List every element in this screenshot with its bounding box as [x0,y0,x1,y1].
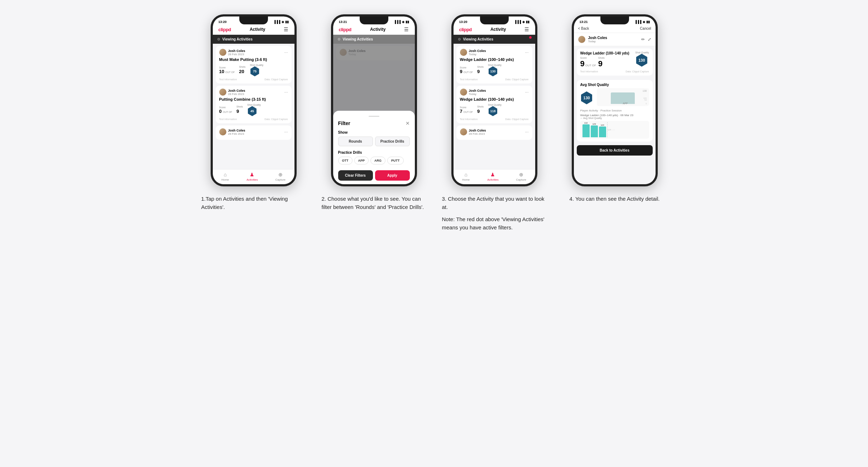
expand-icon[interactable]: ⤢ [648,37,651,42]
signal-icon-3: ▐▐▐ [514,20,521,24]
bar-3: 124 [599,124,606,137]
practice-btn[interactable]: Practice Drills [375,137,410,146]
user-name-3-2: Josh Coles [469,89,486,92]
chart-x-label: APP [623,102,628,105]
filter-modal-overlay[interactable]: Filter ✕ Show Rounds Practice Drills Pra… [333,44,415,184]
stat-score-3-2: Score 7 OUT OF [460,106,473,114]
user-date-1-3: 28 Feb 2023 [228,132,245,135]
rounds-btn[interactable]: Rounds [338,137,373,146]
chip-arg[interactable]: ARG [370,157,385,165]
phone-notch-3 [480,16,509,24]
test-info-1-2: Test Information [219,118,237,120]
activity-item-3-2[interactable]: Josh Coles Today ··· Wedge Ladder (100–1… [456,86,532,123]
dots-menu-1-3[interactable]: ··· [284,129,288,134]
dots-menu-3-1[interactable]: ··· [525,50,528,55]
capture-label-3: Capture [516,178,526,181]
status-icons-1: ▐▐▐ ◈ ▮▮ [273,20,288,24]
phone-2: 13:21 ▐▐▐ ◈ ▮▮ clippd Activity ☰ ⚙ Vie [331,14,417,186]
cancel-btn[interactable]: Cancel [640,27,651,30]
banner-text-1: Viewing Activities [222,37,253,41]
apply-btn[interactable]: Apply [375,170,410,181]
detail-out-of: OUT OF [585,64,596,67]
nav-title-1: Activity [250,27,265,32]
user-date-3-3: 28 Feb 2023 [469,132,486,135]
avg-sq-title: Avg Shot Quality [580,83,649,87]
phone-notch-1 [239,16,268,24]
activity-item-3-1[interactable]: Josh Coles Today ··· Wedge Ladder (100–1… [456,46,532,84]
activity-footer-1-1: Test Information Data: Clippd Capture [219,78,288,81]
back-to-activities-btn[interactable]: Back to Activities [577,145,653,156]
chip-ott[interactable]: OTT [338,157,353,165]
bottom-nav-capture-1[interactable]: ⊕ Capture [275,172,286,181]
activity-item-3-3[interactable]: Josh Coles 28 Feb 2023 ··· [456,125,532,140]
bar-1: 132 [582,122,590,137]
wifi-icon: ◈ [282,20,284,24]
nav-title-3: Activity [490,27,506,32]
detail-user-name: Josh Coles [588,36,607,40]
hexagon-3-1: 130 [488,66,498,76]
back-btn[interactable]: < Back [578,27,589,30]
bottom-nav-home-3[interactable]: ⌂ Home [462,172,470,181]
bottom-nav-activities-3[interactable]: ♟ Activities [487,172,499,181]
dots-menu-3-2[interactable]: ··· [525,90,528,95]
wifi-icon-3: ◈ [522,20,525,24]
test-info-1-1: Test Information [219,78,237,81]
chip-putt[interactable]: PUTT [387,157,404,165]
shots-val-1-1: 20 [239,69,244,74]
phone-screen-1: 13:20 ▐▐▐ ◈ ▮▮ clippd Activity ☰ ⚙ Vie [213,16,294,184]
chip-app[interactable]: APP [354,157,369,165]
score-val-1-1: 10 [219,69,224,74]
detail-activity-title: Wedge Ladder (100–140 yds) [580,51,629,55]
session-drill-title: Wedge Ladder (100–140 yds) · 06 Mar 23 [580,114,633,117]
step2-column: 13:21 ▐▐▐ ◈ ▮▮ clippd Activity ☰ ⚙ Vie [320,14,428,211]
detail-shots: 9 [598,59,603,68]
activity-item-1-3[interactable]: Josh Coles 28 Feb 2023 ··· [216,125,292,140]
activity-header-1-2: Josh Coles 28 Feb 2023 ··· [219,89,288,96]
activities-icon-1: ♟ [250,172,254,177]
phone-notch-2 [360,16,388,24]
viewing-banner-1[interactable]: ⚙ Viewing Activities [213,35,294,44]
nav-menu-1[interactable]: ☰ [284,27,288,32]
activity-user-1-3: Josh Coles 28 Feb 2023 [219,128,245,135]
clear-filters-btn[interactable]: Clear Filters [338,170,373,181]
detail-user-info: Josh Coles Today [588,36,607,43]
stat-shots-3-1: Shots 9 [477,66,484,75]
nav-menu-3[interactable]: ☰ [524,27,529,32]
nav-menu-2[interactable]: ☰ [404,27,409,32]
edit-icon[interactable]: ✏ [641,37,645,42]
viewing-banner-2[interactable]: ⚙ Viewing Activities [333,35,415,44]
dots-menu-3-3[interactable]: ··· [525,129,528,134]
activity-header-1-1: Josh Coles 28 Feb 2023 ··· [219,49,288,56]
score-val-3-1: 9 [460,69,462,74]
data-source-1-1: Data: Clippd Capture [264,78,288,81]
avatar-3-2 [460,89,467,96]
user-date-3-2: Today [469,92,486,96]
activities-label-1: Activities [246,178,258,181]
activity-user-3-2: Josh Coles Today [460,89,486,96]
status-icons-2: ▐▐▐ ◈ ▮▮ [394,20,409,24]
step2-bg: Josh Coles Today Filter ✕ [333,44,415,184]
dots-menu-1-1[interactable]: ··· [284,50,288,55]
filter-close-btn[interactable]: ✕ [406,120,410,126]
avatar-1-2 [219,89,226,96]
user-info-1-1: Josh Coles 28 Feb 2023 [228,49,245,56]
viewing-banner-3[interactable]: ⚙ Viewing Activities [454,35,535,44]
bar-chart: 132 129 124 [580,121,649,139]
dots-menu-1-2[interactable]: ··· [284,90,288,95]
user-name-1-1: Josh Coles [228,49,245,53]
activity-user-3-3: Josh Coles 28 Feb 2023 [460,128,486,135]
session-drill-link[interactable]: Wedge Ladder (100–140 yds) · 06 Mar 23 [580,114,649,117]
status-time-1: 13:20 [219,20,227,24]
bottom-nav-activities-1[interactable]: ♟ Activities [246,172,258,181]
activity-item-1-1[interactable]: Josh Coles 28 Feb 2023 ··· Must Make Put… [216,46,292,84]
bottom-nav-capture-3[interactable]: ⊕ Capture [516,172,526,181]
bottom-nav-home-1[interactable]: ⌂ Home [221,172,229,181]
stats-row-3-2: Score 7 OUT OF Shots 9 [460,104,529,116]
detail-screen: Wedge Ladder (100–140 yds) Score 9 OUT O… [574,46,656,184]
wifi-icon-2: ◈ [402,20,404,24]
stat-score-1-1: Score 10 OUT OF [219,66,235,74]
home-label-3: Home [462,178,470,181]
data-source-3-2: Data: Clippd Capture [505,118,528,120]
user-date-3-1: Today [469,53,486,56]
activity-item-1-2[interactable]: Josh Coles 28 Feb 2023 ··· Putting Combi… [216,86,292,123]
